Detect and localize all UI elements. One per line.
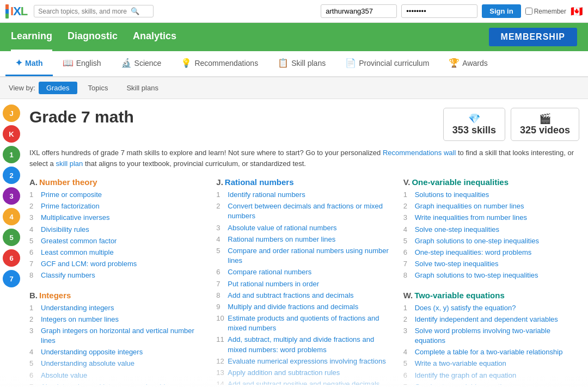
list-item: 5Write a two-variable equation bbox=[403, 359, 579, 368]
skill-list: 1Solutions to inequalities2Graph inequal… bbox=[403, 190, 579, 281]
skill-link[interactable]: Convert between decimals and fractions o… bbox=[228, 201, 392, 221]
list-item: 1Does (x, y) satisfy the equation? bbox=[403, 303, 579, 313]
skill-link[interactable]: Does (x, y) satisfy the equation? bbox=[415, 303, 516, 313]
grade-circle-5[interactable]: 5 bbox=[3, 229, 20, 246]
skill-link[interactable]: Put rational numbers in order bbox=[228, 279, 319, 289]
section-name: Rational numbers bbox=[225, 177, 294, 187]
skill-link[interactable]: Graph inequalities on number lines bbox=[415, 201, 524, 211]
skill-link[interactable]: Understanding absolute value bbox=[41, 359, 134, 368]
skill-number: 7 bbox=[216, 279, 225, 289]
skill-number: 9 bbox=[216, 302, 225, 312]
grade-circle-4[interactable]: 4 bbox=[3, 208, 20, 225]
subject-science[interactable]: 🔬 Science bbox=[111, 51, 171, 76]
skill-section-b: B.Integers1Understanding integers2Intege… bbox=[29, 291, 205, 385]
skill-link[interactable]: Prime or composite bbox=[41, 190, 102, 200]
grade-circle-k[interactable]: K bbox=[3, 125, 20, 143]
list-item: 8Add and subtract fractions and decimals bbox=[216, 291, 392, 300]
skill-link[interactable]: Divisibility rules bbox=[41, 225, 89, 235]
skill-link[interactable]: Classify numbers bbox=[41, 271, 95, 280]
view-by-skillplans[interactable]: Skill plans bbox=[119, 82, 166, 94]
skill-link[interactable]: Identify rational numbers bbox=[228, 190, 305, 200]
view-by-grades[interactable]: Grades bbox=[39, 82, 77, 94]
skill-link[interactable]: One-step inequalities: word problems bbox=[415, 248, 532, 257]
skill-link[interactable]: Solve word problems involving two-variab… bbox=[415, 326, 579, 346]
skill-link[interactable]: Add and subtract positive and negative d… bbox=[228, 379, 379, 385]
skill-link[interactable]: Solve two-step inequalities bbox=[415, 259, 499, 269]
skill-link[interactable]: Write a two-variable equation bbox=[415, 359, 506, 368]
skill-link[interactable]: Understanding integers bbox=[41, 303, 114, 313]
list-item: 9Multiply and divide fractions and decim… bbox=[216, 302, 392, 312]
skill-link[interactable]: Evaluate numerical expressions involving… bbox=[228, 357, 385, 366]
skill-link[interactable]: Graph solutions to two-step inequalities bbox=[415, 271, 538, 280]
search-box[interactable]: 🔍 bbox=[34, 5, 154, 17]
membership-button[interactable]: MEMBERSHIP bbox=[489, 28, 577, 46]
remember-label[interactable]: Remember bbox=[525, 8, 566, 15]
skill-link[interactable]: Absolute value of rational numbers bbox=[228, 223, 336, 233]
skill-link[interactable]: Greatest common factor bbox=[41, 236, 117, 246]
canada-flag: 🇨🇦 bbox=[571, 5, 583, 17]
skill-link[interactable]: Solutions to inequalities bbox=[415, 190, 489, 200]
skill-number: 8 bbox=[29, 271, 38, 280]
skill-link[interactable]: Integers on number lines bbox=[41, 315, 119, 324]
nav-learning[interactable]: Learning bbox=[11, 23, 52, 51]
skill-link[interactable]: Multiply and divide fractions and decima… bbox=[228, 302, 358, 312]
nav-analytics[interactable]: Analytics bbox=[133, 23, 176, 51]
skill-link[interactable]: GCF and LCM: word problems bbox=[41, 259, 137, 269]
english-icon: 📖 bbox=[63, 58, 74, 68]
password-input[interactable] bbox=[401, 4, 477, 18]
skill-link[interactable]: Absolute value bbox=[41, 371, 87, 380]
subject-recommendations[interactable]: 💡 Recommendations bbox=[171, 51, 268, 76]
subject-math[interactable]: ✦ Math bbox=[5, 51, 53, 76]
list-item: 4Understanding opposite integers bbox=[29, 347, 205, 357]
nav-diagnostic[interactable]: Diagnostic bbox=[68, 23, 118, 51]
skill-link[interactable]: Rational numbers on number lines bbox=[228, 235, 335, 244]
subject-english[interactable]: 📖 English bbox=[53, 51, 111, 76]
logo[interactable]: IXL bbox=[5, 4, 27, 19]
skill-number: 5 bbox=[216, 246, 225, 266]
grade-circle-7[interactable]: 7 bbox=[3, 270, 20, 287]
skill-link[interactable]: Estimate products and quotients of fract… bbox=[228, 314, 392, 333]
skill-section-v: V.One-variable inequalities1Solutions to… bbox=[403, 177, 579, 281]
skill-link[interactable]: Compare rational numbers bbox=[228, 267, 311, 277]
grade-circle-j[interactable]: J bbox=[3, 105, 20, 122]
recommendations-link[interactable]: Recommendations wall bbox=[383, 149, 456, 157]
username-input[interactable] bbox=[321, 4, 397, 18]
skill-link[interactable]: Solve one-step inequalities bbox=[415, 225, 499, 235]
skills-columns: A.Number theory1Prime or composite2Prime… bbox=[29, 177, 579, 385]
skill-link[interactable]: Multiplicative inverses bbox=[41, 213, 109, 223]
subject-provincial[interactable]: 📄 Provincial curriculum bbox=[335, 51, 439, 76]
subject-skill-plans[interactable]: 📋 Skill plans bbox=[268, 51, 335, 76]
skill-number: 3 bbox=[29, 326, 38, 346]
skill-link[interactable]: Identify the graph of an equation bbox=[415, 371, 516, 380]
skill-link[interactable]: Apply addition and subtraction rules bbox=[228, 368, 340, 378]
skill-link[interactable]: Compare and order rational numbers using… bbox=[228, 246, 392, 266]
skill-link[interactable]: Add, subtract, multiply and divide fract… bbox=[228, 335, 392, 354]
skill-number: 6 bbox=[403, 371, 412, 380]
skill-link[interactable]: Graph solutions to one-step inequalities bbox=[415, 236, 539, 246]
skill-link[interactable]: Prime factorization bbox=[41, 201, 100, 211]
search-input[interactable] bbox=[38, 8, 131, 15]
list-item: 5Graph solutions to one-step inequalitie… bbox=[403, 236, 579, 246]
view-by-topics[interactable]: Topics bbox=[81, 82, 116, 94]
skill-link[interactable]: Graph integers on horizontal and vertica… bbox=[41, 326, 205, 346]
skill-link[interactable]: Understanding opposite integers bbox=[41, 347, 143, 357]
subject-awards[interactable]: 🏆 Awards bbox=[439, 51, 497, 76]
skill-link[interactable]: Add and subtract fractions and decimals bbox=[228, 291, 353, 300]
grade-circle-1[interactable]: 1 bbox=[3, 146, 20, 163]
remember-checkbox[interactable] bbox=[525, 8, 532, 15]
skill-link[interactable]: Least common multiple bbox=[41, 248, 114, 257]
diamond-icon: 💎 bbox=[452, 113, 496, 125]
skill-link[interactable]: Identify independent and dependent varia… bbox=[415, 315, 558, 324]
skill-link[interactable]: Graph a two-variable equation bbox=[415, 382, 510, 385]
grade-circle-6[interactable]: 6 bbox=[3, 249, 20, 267]
grade-circle-3[interactable]: 3 bbox=[3, 187, 20, 205]
grade-circle-2[interactable]: 2 bbox=[3, 167, 20, 184]
signin-button[interactable]: Sign in bbox=[482, 4, 520, 18]
skill-link[interactable]: Write inequalities from number lines bbox=[415, 213, 527, 223]
skill-link[interactable]: Complete a table for a two-variable rela… bbox=[415, 347, 563, 357]
videos-stat: 🎬 325 videos bbox=[511, 108, 579, 141]
skill-number: 6 bbox=[29, 371, 38, 380]
section-title: B.Integers bbox=[29, 291, 205, 300]
skill-plan-link[interactable]: skill plan bbox=[56, 159, 83, 168]
skill-link[interactable]: Absolute value and integers: word proble… bbox=[41, 382, 179, 385]
